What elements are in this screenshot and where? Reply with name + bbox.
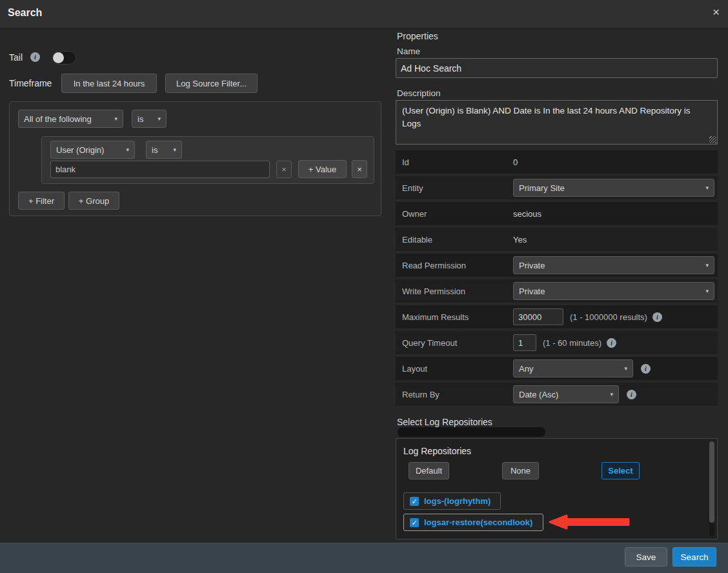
- layout-select-value: Any: [519, 364, 533, 374]
- property-row-entity: Entity Primary Site ▾: [396, 176, 718, 199]
- property-row-write-permission: Write Permission Private ▾: [396, 279, 718, 303]
- query-timeout-input[interactable]: [513, 334, 536, 351]
- log-source-filter-button[interactable]: Log Source Filter...: [165, 74, 258, 93]
- select-button[interactable]: Select: [602, 462, 640, 479]
- name-label: Name: [397, 46, 420, 56]
- scrollbar-thumb[interactable]: [709, 441, 714, 523]
- property-row-query-timeout: Query Timeout (1 - 60 minutes) i: [396, 331, 718, 354]
- group-verb-select[interactable]: is ▾: [132, 110, 167, 128]
- properties-table: Id 0 Entity Primary Site ▾ Owner secious…: [396, 150, 718, 408]
- rule-field-select[interactable]: User (Origin) ▾: [50, 141, 135, 159]
- description-textarea[interactable]: (User (Origin) is Blank) AND Date is In …: [396, 100, 718, 145]
- dialog-footer: [0, 543, 728, 573]
- info-icon[interactable]: i: [607, 338, 616, 348]
- group-operator-value: All of the following: [24, 114, 92, 124]
- add-value-button[interactable]: + Value: [298, 160, 347, 178]
- read-permission-value: Private: [519, 261, 545, 270]
- property-row-id: Id 0: [396, 150, 718, 174]
- chevron-down-icon: ▾: [109, 116, 117, 122]
- property-row-read-permission: Read Permission Private ▾: [396, 254, 718, 277]
- close-icon[interactable]: ×: [713, 6, 720, 18]
- chevron-down-icon: ▾: [619, 365, 627, 372]
- property-label: Query Timeout: [396, 338, 513, 348]
- property-label: Owner: [396, 209, 513, 219]
- checkbox-checked-icon[interactable]: ✓: [410, 518, 419, 527]
- chevron-down-icon: ▾: [700, 262, 709, 268]
- tail-info-icon[interactable]: i: [30, 52, 40, 62]
- rule-verb-value: is: [152, 145, 157, 155]
- remove-rule-button[interactable]: ×: [352, 160, 367, 178]
- property-value: secious: [513, 209, 541, 219]
- write-permission-select[interactable]: Private ▾: [513, 282, 714, 300]
- property-row-maximum-results: Maximum Results (1 - 1000000 results) i: [396, 305, 718, 328]
- property-label: Id: [396, 157, 513, 167]
- property-label: Write Permission: [396, 286, 513, 296]
- property-label: Entity: [396, 183, 513, 193]
- layout-select[interactable]: Any ▾: [513, 359, 633, 377]
- read-permission-select[interactable]: Private ▾: [513, 256, 714, 274]
- description-label: Description: [397, 88, 441, 98]
- vertical-scrollbar[interactable]: [709, 441, 714, 537]
- property-label: Maximum Results: [396, 312, 513, 322]
- maximum-results-input[interactable]: [513, 308, 563, 325]
- name-input[interactable]: [396, 58, 718, 78]
- checkbox-checked-icon[interactable]: ✓: [410, 497, 419, 506]
- property-value: 0: [513, 157, 518, 167]
- log-repositories-heading: Log Repositories: [403, 446, 471, 456]
- search-dialog: Search × Tail i Timeframe In the last 24…: [0, 0, 728, 573]
- property-label: Return By: [396, 390, 513, 399]
- return-by-value: Date (Asc): [519, 390, 558, 399]
- property-row-layout: Layout Any ▾ i: [396, 357, 718, 380]
- none-button[interactable]: None: [502, 462, 539, 479]
- repository-item-logs-logrhythm[interactable]: ✓ logs-(logrhythm): [403, 492, 501, 510]
- remove-value-button[interactable]: ×: [276, 161, 292, 178]
- info-icon[interactable]: i: [641, 364, 651, 374]
- horizontal-scrollbar[interactable]: [398, 427, 545, 437]
- save-button[interactable]: Save: [625, 547, 667, 567]
- property-label: Read Permission: [396, 261, 513, 270]
- write-permission-value: Private: [519, 286, 545, 296]
- repository-label: logs-(logrhythm): [424, 496, 490, 506]
- select-log-repositories-title: Select Log Repositories: [397, 417, 492, 427]
- query-timeout-hint: (1 - 60 minutes): [543, 338, 602, 348]
- search-button[interactable]: Search: [672, 547, 716, 567]
- entity-select[interactable]: Primary Site ▾: [513, 179, 714, 197]
- info-icon[interactable]: i: [652, 312, 662, 322]
- entity-select-value: Primary Site: [519, 183, 565, 193]
- property-row-editable: Editable Yes: [396, 228, 718, 251]
- repository-label: logsar-restore(secondlook): [424, 518, 532, 527]
- timeframe-label: Timeframe: [9, 78, 52, 88]
- tail-label: Tail: [9, 52, 23, 63]
- chevron-down-icon: ▾: [152, 116, 161, 122]
- chevron-down-icon: ▾: [700, 288, 709, 294]
- property-value: Yes: [513, 235, 527, 245]
- timeframe-button[interactable]: In the last 24 hours: [61, 74, 157, 93]
- chevron-down-icon: ▾: [700, 185, 709, 191]
- group-verb-value: is: [137, 114, 143, 124]
- info-icon[interactable]: i: [627, 390, 636, 399]
- chevron-down-icon: ▾: [168, 146, 176, 153]
- rule-field-value: User (Origin): [56, 145, 104, 155]
- rule-verb-select[interactable]: is ▾: [146, 141, 182, 159]
- maximum-results-hint: (1 - 1000000 results): [570, 312, 647, 322]
- group-operator-select[interactable]: All of the following ▾: [18, 110, 123, 128]
- property-row-return-by: Return By Date (Asc) ▾ i: [396, 383, 718, 406]
- return-by-select[interactable]: Date (Asc) ▾: [513, 385, 619, 403]
- repository-item-logsar-restore-secondlook[interactable]: ✓ logsar-restore(secondlook): [403, 514, 543, 531]
- default-button[interactable]: Default: [409, 462, 449, 479]
- tail-toggle[interactable]: [52, 51, 76, 65]
- property-row-owner: Owner secious: [396, 202, 718, 225]
- properties-title: Properties: [397, 31, 438, 41]
- property-label: Layout: [396, 364, 513, 374]
- chevron-down-icon: ▾: [605, 391, 613, 397]
- rule-value-input[interactable]: [50, 161, 270, 178]
- add-group-button[interactable]: + Group: [68, 192, 119, 210]
- toggle-knob: [53, 52, 64, 63]
- add-filter-button[interactable]: + Filter: [18, 192, 65, 210]
- dialog-title: Search: [8, 7, 42, 19]
- property-label: Editable: [396, 235, 513, 245]
- dialog-header: Search ×: [0, 0, 728, 28]
- chevron-down-icon: ▾: [121, 146, 129, 153]
